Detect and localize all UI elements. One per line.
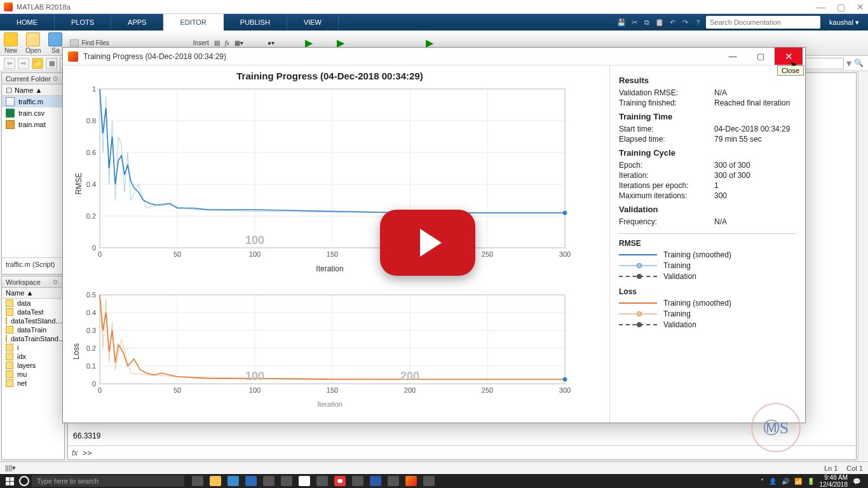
dialog-minimize-button[interactable]: — [719, 48, 747, 65]
panel-minimize-icon[interactable]: ⊙ [53, 75, 60, 83]
tray-wifi-icon[interactable]: 📶 [794, 478, 802, 485]
tab-publish[interactable]: PUBLISH [224, 14, 287, 30]
training-time-heading: Training Time [619, 112, 796, 121]
workspace-variable[interactable]: net [2, 379, 64, 388]
explorer-icon[interactable] [210, 476, 221, 486]
search-documentation-input[interactable] [706, 16, 820, 29]
breakpoint-icon[interactable]: ●▾ [268, 39, 275, 46]
tray-volume-icon[interactable]: 🔊 [782, 478, 789, 485]
workspace-variable[interactable]: dataTrainStand… [2, 334, 64, 343]
loss-plot: Loss 10020005010015020025030000.10.20.30… [69, 291, 590, 412]
tray-up-icon[interactable]: ˄ [761, 478, 764, 485]
file-item[interactable]: traffic.m [2, 96, 64, 107]
app-icon[interactable] [263, 476, 275, 486]
notifications-icon[interactable]: 💬 [853, 478, 860, 485]
app-icon[interactable] [423, 476, 435, 486]
close-tooltip: Close [777, 65, 804, 76]
workspace-variable[interactable]: idx [2, 352, 64, 361]
svg-text:200: 200 [404, 386, 416, 394]
svg-text:200: 200 [400, 370, 419, 383]
workspace-variable[interactable]: dataTestStand… [2, 316, 64, 325]
svg-text:0.3: 0.3 [86, 327, 96, 334]
new-button[interactable]: New [4, 32, 18, 54]
system-clock[interactable]: 9:48 AM 12/4/2018 [820, 474, 848, 488]
path-search-icon[interactable]: 🔍 [854, 58, 864, 69]
command-prompt[interactable]: >> [83, 449, 92, 458]
workspace-variable[interactable]: layers [2, 361, 64, 370]
tray-battery-icon[interactable]: 🔋 [807, 478, 815, 485]
dialog-close-button[interactable]: ✕ ➤ Close [775, 48, 803, 65]
nav-browse-icon[interactable]: ▦ [46, 58, 57, 69]
workspace-variable[interactable]: i [2, 343, 64, 352]
svg-text:100: 100 [249, 250, 261, 258]
file-item[interactable]: train.mat [2, 119, 64, 130]
app-icon[interactable] [299, 476, 310, 486]
workspace-variable[interactable]: mu [2, 370, 64, 379]
nav-up-icon[interactable]: 📁 [32, 58, 43, 69]
workspace-variable[interactable]: dataTest [2, 308, 64, 316]
close-icon[interactable]: ✕ [857, 2, 864, 12]
current-folder-header: Current Folder ⊙ [2, 73, 64, 85]
svg-text:0: 0 [92, 244, 96, 252]
redo-icon[interactable]: ↷ [681, 18, 689, 27]
workspace-name-column[interactable]: Name ▲ [2, 288, 64, 299]
mail-icon[interactable] [352, 476, 363, 486]
svg-text:150: 150 [327, 250, 338, 258]
insert-label: Insert [193, 39, 209, 46]
file-item[interactable]: train.csv [2, 107, 64, 119]
app-titlebar: MATLAB R2018a — ▢ ✕ [0, 0, 868, 14]
matlab-taskbar-icon[interactable] [405, 476, 417, 486]
undo-icon[interactable]: ↶ [668, 18, 677, 27]
cortana-icon[interactable] [19, 476, 29, 486]
insert-fx-icon[interactable]: fx [225, 39, 229, 46]
svg-text:0.1: 0.1 [86, 362, 96, 370]
tab-plots[interactable]: PLOTS [55, 14, 111, 30]
chrome-icon[interactable] [334, 476, 346, 486]
app-icon[interactable] [281, 476, 292, 486]
nav-back-icon[interactable]: ⇦ [4, 58, 15, 69]
tab-editor[interactable]: EDITOR [163, 14, 223, 30]
fx-icon[interactable]: fx [72, 449, 78, 458]
copy-icon[interactable]: ⧉ [642, 18, 651, 27]
save-button[interactable]: Sa [48, 32, 62, 54]
taskbar-search-input[interactable]: Type here to search [32, 475, 184, 487]
workspace-variable[interactable]: dataTrain [2, 325, 64, 334]
task-view-icon[interactable] [192, 476, 203, 486]
maximize-icon[interactable]: ▢ [837, 2, 845, 12]
word-icon[interactable] [370, 476, 381, 486]
svg-text:150: 150 [327, 386, 338, 394]
tab-apps[interactable]: APPS [111, 14, 163, 30]
nav-fwd-icon[interactable]: ⇨ [18, 58, 29, 69]
panel-minimize-icon[interactable]: ⊙ [53, 278, 60, 286]
find-files-button[interactable]: Find Files [70, 39, 109, 46]
edge-icon[interactable] [245, 476, 257, 486]
cut-icon[interactable]: ✂ [630, 18, 639, 27]
dialog-title: Training Progress (04-Dec-2018 00:34:29) [83, 52, 226, 61]
status-line: Ln 1 [824, 464, 837, 472]
tab-home[interactable]: HOME [0, 14, 55, 30]
workspace-variable[interactable]: data [2, 299, 64, 308]
user-menu[interactable]: kaushal ▾ [824, 18, 864, 27]
help-icon[interactable]: ？ [693, 18, 702, 27]
minimize-icon[interactable]: — [817, 2, 825, 12]
open-button[interactable]: Open [25, 32, 41, 54]
dialog-maximize-button[interactable]: ▢ [747, 48, 775, 65]
store-icon[interactable] [227, 476, 239, 486]
results-heading: Results [619, 76, 796, 85]
chart-title: Training Progress (04-Dec-2018 00:34:29) [69, 71, 590, 81]
photos-icon[interactable] [388, 476, 399, 486]
training-info-pane: Results Validation RMSE:N/A Training fin… [609, 65, 805, 423]
tab-view[interactable]: VIEW [287, 14, 339, 30]
insert-section-icon[interactable]: ▤ [214, 39, 220, 46]
tray-people-icon[interactable]: 👤 [769, 478, 776, 485]
windows-taskbar: Type here to search ˄ 👤 🔊 📶 🔋 9:48 AM 12… [0, 474, 868, 488]
app-icon[interactable] [316, 476, 328, 486]
save-icon[interactable]: 💾 [617, 18, 626, 27]
start-button[interactable] [3, 475, 17, 487]
file-name-column[interactable]: ▢ Name ▲ [2, 85, 64, 96]
paste-icon[interactable]: 📋 [655, 18, 664, 27]
svg-text:50: 50 [173, 250, 181, 258]
insert-misc-icon[interactable]: ▦▾ [234, 39, 243, 46]
svg-text:0.2: 0.2 [86, 212, 96, 220]
video-play-button[interactable] [380, 210, 475, 276]
